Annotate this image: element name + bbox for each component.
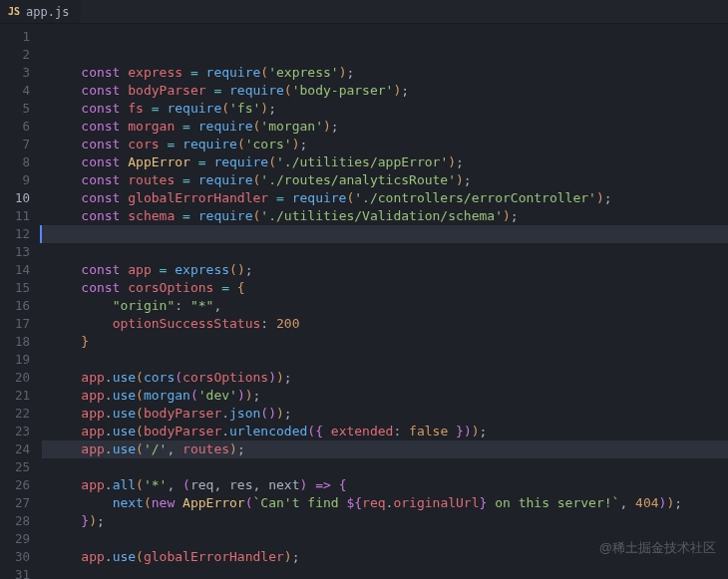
line-number: 16 [8, 297, 30, 315]
line-number: 8 [8, 153, 30, 171]
watermark-text: @稀土掘金技术社区 [599, 539, 716, 557]
line-number: 3 [8, 64, 30, 82]
line-number: 7 [8, 136, 30, 153]
line-number-gutter: 1234567891011121314151617181920212223242… [0, 24, 42, 579]
code-line[interactable]: const routes = require('./routes/analyti… [42, 171, 728, 189]
line-number: 2 [8, 46, 30, 64]
line-number: 6 [8, 118, 30, 136]
line-number: 27 [8, 494, 30, 512]
code-line[interactable]: const fs = require('fs'); [42, 100, 728, 118]
line-number: 1 [8, 28, 30, 46]
code-line[interactable]: const corsOptions = { [42, 279, 728, 297]
line-number: 30 [8, 548, 30, 566]
code-line[interactable]: const AppError = require('./utilities/ap… [42, 153, 728, 171]
js-file-icon: JS [8, 6, 20, 17]
code-line[interactable]: app.use(morgan('dev')); [42, 387, 728, 405]
line-number: 23 [8, 423, 30, 440]
code-line[interactable] [42, 351, 728, 369]
line-number: 18 [8, 333, 30, 351]
line-number: 22 [8, 405, 30, 423]
code-line[interactable]: app.use(bodyParser.json()); [42, 405, 728, 423]
code-editor[interactable]: 1234567891011121314151617181920212223242… [0, 24, 728, 579]
code-line[interactable]: app.use('/', routes); [42, 440, 728, 458]
code-line[interactable]: next(new AppError(`Can't find ${req.orig… [42, 494, 728, 512]
line-number: 12 [8, 225, 30, 243]
line-number: 9 [8, 171, 30, 189]
code-line[interactable]: app.all('*', (req, res, next) => { [42, 476, 728, 494]
code-line[interactable]: app.use(cors(corsOptions)); [42, 369, 728, 387]
line-number: 20 [8, 369, 30, 387]
code-line[interactable]: const schema = require('./utilities/Vali… [42, 207, 728, 225]
line-number: 29 [8, 530, 30, 548]
line-number: 26 [8, 476, 30, 494]
code-line[interactable]: const morgan = require('morgan'); [42, 118, 728, 136]
code-line[interactable]: const globalErrorHandler = require('./co… [42, 189, 728, 207]
code-line[interactable]: const cors = require('cors'); [42, 136, 728, 153]
code-line[interactable]: const app = express(); [42, 261, 728, 279]
code-area[interactable]: const express = require('express'); cons… [42, 24, 728, 579]
line-number: 17 [8, 315, 30, 333]
line-number: 31 [8, 566, 30, 579]
line-number: 13 [8, 243, 30, 261]
line-number: 28 [8, 512, 30, 530]
code-line[interactable]: "origin": "*", [42, 297, 728, 315]
tab-bar: JS app.js [0, 0, 728, 24]
code-line[interactable]: }); [42, 512, 728, 530]
line-number: 15 [8, 279, 30, 297]
code-line[interactable] [40, 225, 728, 243]
tab-filename: app.js [26, 5, 69, 19]
code-line[interactable]: } [42, 333, 728, 351]
code-line[interactable]: const express = require('express'); [42, 64, 728, 82]
code-line[interactable]: const bodyParser = require('body-parser'… [42, 82, 728, 100]
code-line[interactable] [42, 243, 728, 261]
line-number: 19 [8, 351, 30, 369]
line-number: 21 [8, 387, 30, 405]
line-number: 24 [8, 440, 30, 458]
line-number: 11 [8, 207, 30, 225]
code-line[interactable]: optionSuccessStatus: 200 [42, 315, 728, 333]
code-line[interactable]: app.use(bodyParser.urlencoded({ extended… [42, 423, 728, 440]
line-number: 10 [8, 189, 30, 207]
line-number: 14 [8, 261, 30, 279]
code-line[interactable] [42, 458, 728, 476]
line-number: 25 [8, 458, 30, 476]
code-line[interactable] [42, 566, 728, 579]
file-tab[interactable]: JS app.js [0, 0, 81, 23]
line-number: 5 [8, 100, 30, 118]
line-number: 4 [8, 82, 30, 100]
